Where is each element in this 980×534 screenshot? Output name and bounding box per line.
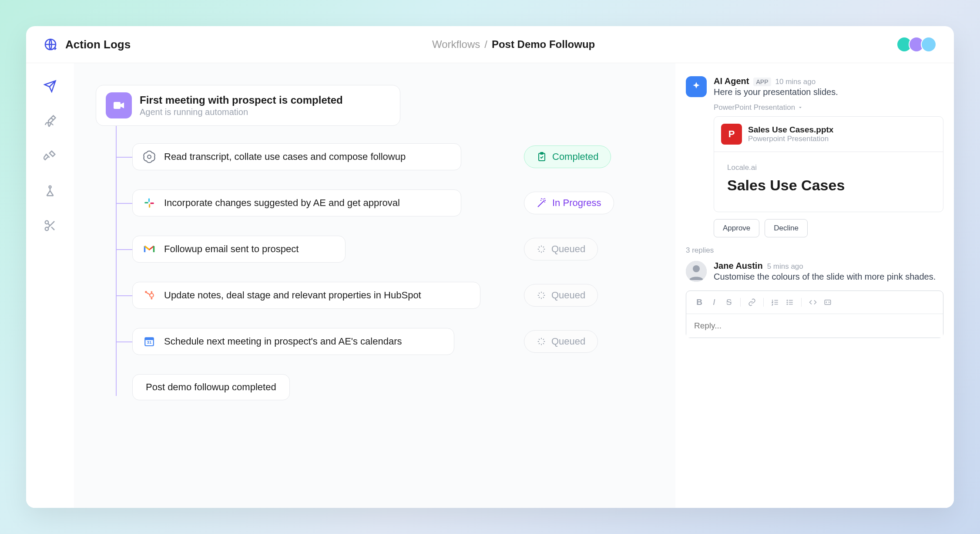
avatar-group[interactable] [896,37,936,52]
svg-rect-9 [144,202,148,203]
reply-input[interactable] [686,314,943,338]
send-icon[interactable] [44,80,57,93]
user-avatar [686,261,707,282]
body: First meeting with prospect is completed… [26,63,954,508]
italic-icon[interactable]: I [708,296,720,308]
svg-rect-4 [114,102,121,109]
replies-count[interactable]: 3 replies [686,246,943,255]
msg-body: AI Agent APP 10 mins ago Here is your pr… [714,76,943,237]
app-window: Action Logs Workflows / Post Demo Follow… [26,26,954,508]
page-title: Action Logs [65,38,131,51]
svg-point-14 [151,298,152,300]
preview-brand: Locale.ai [727,163,930,172]
workflow-final[interactable]: Post demo followup completed [132,374,290,400]
link-icon[interactable] [746,296,758,308]
msg-header: Jane Austin 5 mins ago [714,261,943,271]
workflow-root[interactable]: First meeting with prospect is completed… [96,85,400,126]
format-toolbar: B I S [686,291,943,314]
bold-icon[interactable]: B [693,296,705,308]
user-message: Jane Austin 5 mins ago Customise the col… [686,261,943,282]
avatar[interactable] [921,37,936,52]
svg-point-5 [148,155,151,159]
step-label: Read transcript, collate use cases and c… [164,151,406,162]
svg-point-13 [151,291,152,293]
msg-header: AI Agent APP 10 mins ago [714,76,943,86]
separator [740,298,741,307]
attachment-type[interactable]: PowerPoint Presentation [714,103,943,112]
agent-avatar [686,76,707,97]
svg-rect-11 [150,203,154,204]
powerpoint-icon: P [721,124,742,145]
step-row: Incorporate changes suggested by AE and … [132,189,649,216]
svg-point-22 [787,302,788,303]
step-label: Update notes, deal stage and relevant pr… [164,290,421,301]
sender-name: Jane Austin [714,261,763,271]
final-label: Post demo followup completed [146,382,276,393]
code-icon[interactable] [807,296,819,308]
numbered-list-icon[interactable] [769,296,781,308]
strikethrough-icon[interactable]: S [723,296,735,308]
svg-point-3 [45,227,49,231]
msg-body: Jane Austin 5 mins ago Customise the col… [714,261,943,282]
timestamp: 5 mins ago [767,262,803,271]
root-subtitle: Agent is running automation [140,107,343,117]
sidebar [26,63,74,508]
svg-rect-10 [149,204,150,208]
code-block-icon[interactable] [822,296,834,308]
satellite-icon[interactable] [44,149,57,162]
svg-point-21 [787,300,788,301]
scissors-icon[interactable] [44,219,57,232]
step-row: Read transcript, collate use cases and c… [132,143,649,170]
breadcrumb-parent[interactable]: Workflows [432,38,480,51]
gmail-icon [142,242,156,256]
msg-text: Customise the colours of the slide with … [714,272,943,282]
root-text: First meeting with prospect is completed… [140,94,343,117]
connector-line [116,126,117,396]
google-calendar-icon: 31 [142,335,156,348]
spinner-icon [537,291,546,300]
signature-icon[interactable] [44,115,57,128]
timestamp: 10 mins ago [775,78,816,86]
bullet-list-icon[interactable] [784,296,796,308]
status-text: Queued [551,290,585,301]
slide-preview: Locale.ai Sales Use Cases [714,152,943,212]
reply-composer: B I S [686,291,943,338]
chevron-down-icon [798,105,803,110]
app-badge: APP [753,78,771,86]
step-row: Followup email sent to prospect Queued [132,236,649,263]
header-bar: Action Logs Workflows / Post Demo Follow… [26,26,954,63]
separator [763,298,764,307]
step-card[interactable]: Followup email sent to prospect [132,236,346,263]
spinner-icon [537,337,546,346]
step-card[interactable]: Update notes, deal stage and relevant pr… [132,282,480,309]
openai-icon [142,150,156,164]
step-card[interactable]: Read transcript, collate use cases and c… [132,143,461,170]
compass-icon[interactable] [44,184,57,197]
svg-point-20 [693,265,700,272]
chat-panel: AI Agent APP 10 mins ago Here is your pr… [675,63,954,508]
breadcrumb-separator: / [484,38,487,51]
approve-button[interactable]: Approve [714,219,759,237]
svg-point-12 [150,294,154,297]
status-text: Queued [551,336,585,347]
svg-point-2 [45,221,49,224]
step-label: Schedule next meeting in prospect's and … [164,336,402,347]
status-badge-queued: Queued [524,238,598,260]
decline-button[interactable]: Decline [765,219,808,237]
slack-icon [142,196,156,210]
svg-point-23 [787,304,788,305]
agent-message: AI Agent APP 10 mins ago Here is your pr… [686,76,943,237]
sender-name: AI Agent [714,76,749,86]
attachment-card[interactable]: P Sales Use Cases.pptx Powerpoint Presen… [714,116,943,212]
preview-title: Sales Use Cases [727,176,930,194]
step-row: Update notes, deal stage and relevant pr… [132,282,649,309]
status-badge-queued: Queued [524,284,598,307]
wand-icon [537,198,547,208]
step-label: Incorporate changes suggested by AE and … [164,197,400,209]
status-badge-queued: Queued [524,330,598,353]
hubspot-icon [142,288,156,302]
root-title: First meeting with prospect is completed [140,94,343,106]
step-card[interactable]: Incorporate changes suggested by AE and … [132,189,461,216]
workflow-canvas: First meeting with prospect is completed… [74,63,675,508]
step-card[interactable]: 31 Schedule next meeting in prospect's a… [132,328,454,355]
